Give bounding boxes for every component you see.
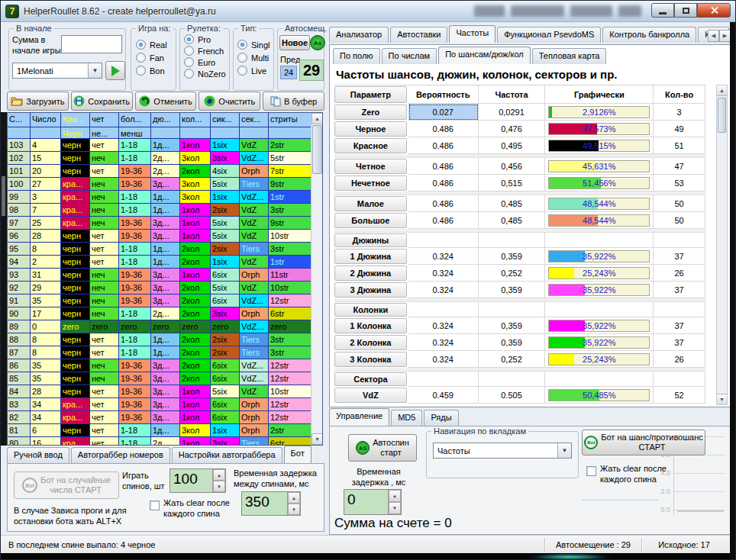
tab-autobets[interactable]: Автоставки xyxy=(390,27,447,43)
stepper-up-icon[interactable]: ▲ xyxy=(389,490,401,502)
freq-count-cell[interactable]: 3 xyxy=(654,104,705,121)
spins-cell[interactable]: 1-18 xyxy=(119,191,151,204)
spins-cell[interactable]: Orph xyxy=(240,307,269,320)
spins-cell[interactable]: 100 xyxy=(8,178,31,191)
spins-cell[interactable]: 9str xyxy=(269,178,312,191)
spins-cell[interactable]: 3д... xyxy=(151,398,180,411)
spins-cell[interactable]: zero xyxy=(211,320,240,333)
autospin-start-button[interactable]: AS Автоспинстарт xyxy=(348,434,417,462)
rb-delay-stepper[interactable]: 0 ▲▼ xyxy=(344,489,402,515)
spins-cell[interactable]: 81 xyxy=(8,424,31,437)
spins-cell[interactable]: 5six xyxy=(211,385,240,398)
spins-cell[interactable]: 2д... xyxy=(151,307,180,320)
nav-combobox[interactable]: Частоты ▼ xyxy=(433,443,572,459)
spins-cell[interactable]: 19-36 xyxy=(119,282,151,294)
freq-param-cell[interactable]: 1 Дюжина xyxy=(334,249,407,264)
tab-analyzer[interactable]: Анализатор xyxy=(329,27,389,43)
spins-cell[interactable]: 1д... xyxy=(151,424,180,437)
freq-count-cell[interactable]: 49 xyxy=(654,121,705,137)
spins-cell[interactable]: Orph xyxy=(240,269,269,282)
close-button[interactable] xyxy=(697,3,731,18)
spins-cell[interactable]: Orph xyxy=(240,424,269,437)
clear-button[interactable]: Очистить xyxy=(199,92,260,111)
spins-cell[interactable]: 6six xyxy=(211,372,240,385)
spins-cell[interactable]: чет xyxy=(90,256,119,269)
radio-multi[interactable]: Multi xyxy=(237,53,270,63)
freq-count-cell[interactable]: 51 xyxy=(654,137,705,154)
scroll-thumb[interactable] xyxy=(312,125,322,174)
radio-french[interactable]: French xyxy=(184,46,226,56)
spins-cell[interactable]: VdZ xyxy=(240,139,269,152)
spins-cell[interactable]: кра... xyxy=(61,178,90,191)
spins-cell[interactable]: 8 xyxy=(31,346,61,359)
spins-cell[interactable]: 2str xyxy=(269,139,312,152)
tab-autograbber[interactable]: Автограббер номеров xyxy=(71,447,170,463)
freq-param-cell[interactable]: Сектора xyxy=(334,372,407,386)
spins-cell[interactable]: 2кол xyxy=(180,294,211,307)
freq-prob-cell[interactable]: 0.324 xyxy=(408,351,479,368)
spins-cell[interactable]: Tiers xyxy=(240,333,269,346)
spins-cell[interactable]: 3str xyxy=(269,204,312,217)
spins-cell[interactable]: 1д... xyxy=(151,204,180,217)
spins-cell[interactable]: zero xyxy=(119,320,151,333)
spins-cell[interactable]: 12str xyxy=(269,398,312,411)
radio-pro[interactable]: Pro xyxy=(184,34,226,44)
spins-cell[interactable]: VdZ xyxy=(240,204,269,217)
freq-count-cell[interactable]: 26 xyxy=(654,265,705,282)
spins-cell[interactable]: VdZ... xyxy=(240,294,269,307)
spins-cell[interactable]: 101 xyxy=(8,165,31,178)
spins-cell[interactable]: черн xyxy=(61,152,90,165)
spins-cell[interactable]: 10str xyxy=(269,230,312,243)
spins-cell[interactable]: 19-36 xyxy=(119,178,151,191)
spins-cell[interactable]: 19-36 xyxy=(119,359,151,372)
spins-cell[interactable]: черн xyxy=(61,424,90,437)
tab-scroll-right-icon[interactable]: ▶ xyxy=(719,30,731,42)
stepper-up-icon[interactable]: ▲ xyxy=(288,492,300,504)
subtab-by-chances[interactable]: По шансам/дюж/кол xyxy=(438,47,531,64)
spins-cell[interactable]: 98 xyxy=(8,204,31,217)
spins-cell[interactable]: 5six xyxy=(211,230,240,243)
spins-cell[interactable]: 3str xyxy=(269,346,312,359)
spins-cell[interactable]: 3д... xyxy=(151,294,180,307)
freq-param-cell[interactable]: 3 Дюжина xyxy=(334,282,407,298)
spins-cell[interactable]: 1кол xyxy=(180,398,211,411)
spins-cell[interactable]: Tiers xyxy=(240,346,269,359)
spins-cell[interactable]: Orph xyxy=(240,411,269,424)
spins-cell[interactable]: 19-36 xyxy=(119,398,151,411)
spins-cell[interactable]: 102 xyxy=(8,152,31,165)
spins-cell[interactable]: черн xyxy=(61,346,90,359)
freq-prob-cell[interactable]: 0.324 xyxy=(408,265,479,282)
spins-cell[interactable]: 2д... xyxy=(151,437,180,446)
freq-freq-cell[interactable]: 0,485 xyxy=(479,212,546,229)
tab-bankroll[interactable]: Контроль банкролла xyxy=(602,27,696,43)
delay-stepper[interactable]: 350 ▲▼ xyxy=(241,491,301,516)
spins-cell[interactable]: VdZ xyxy=(240,282,269,294)
spins-cell[interactable]: zero xyxy=(269,320,312,333)
spins-cell[interactable]: 1six xyxy=(211,139,240,152)
spins-cell[interactable]: 1кол xyxy=(180,217,211,230)
freq-param-cell[interactable]: VdZ xyxy=(334,388,407,403)
spins-cell[interactable]: 2кол xyxy=(180,256,211,269)
spins-cell[interactable]: VdZ... xyxy=(240,152,269,165)
spins-cell[interactable]: кра... xyxy=(61,191,90,204)
freq-count-cell[interactable]: 37 xyxy=(654,282,705,298)
spins-cell[interactable]: 35 xyxy=(31,294,61,307)
spins-cell[interactable]: 90 xyxy=(8,307,31,320)
spins-cell[interactable]: 1six xyxy=(211,191,240,204)
spins-cell[interactable]: 1-18 xyxy=(119,139,151,152)
tab-bot[interactable]: Бот xyxy=(284,446,312,463)
spins-cell[interactable]: 19-36 xyxy=(119,294,151,307)
left-splitter[interactable] xyxy=(1,112,7,446)
spins-cell[interactable]: 3д... xyxy=(151,269,180,282)
freq-freq-cell[interactable]: 0,456 xyxy=(479,158,546,175)
spins-cell[interactable]: 1д... xyxy=(151,346,180,359)
spins-cell[interactable]: 83 xyxy=(8,398,31,411)
freq-param-cell[interactable]: Нечетное xyxy=(334,175,407,191)
spins-cell[interactable]: 19-36 xyxy=(119,217,151,230)
spins-cell[interactable]: 3кол xyxy=(180,424,211,437)
spins-cell[interactable]: 1кол xyxy=(180,411,211,424)
spins-cell[interactable]: 2кол xyxy=(180,307,211,320)
spins-cell[interactable]: 1д... xyxy=(151,139,180,152)
spins-cell[interactable]: 3д... xyxy=(151,359,180,372)
spins-cell[interactable]: 93 xyxy=(8,269,31,282)
